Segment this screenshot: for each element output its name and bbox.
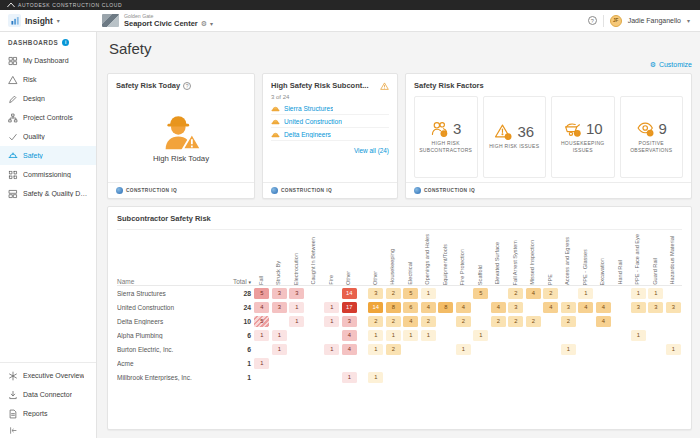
- sidebar-item-risk[interactable]: Risk: [0, 70, 96, 89]
- column-header-total[interactable]: Total ▾: [225, 278, 253, 285]
- factor-cell: 6: [403, 302, 418, 313]
- dashboard-grid-icon: [8, 189, 18, 199]
- factor-cell: 1: [421, 330, 436, 341]
- factor-cell: 1: [421, 288, 436, 299]
- sidebar-item-quality[interactable]: Quality: [0, 127, 96, 146]
- subcontractor-name: United Construction: [117, 304, 225, 311]
- factor-cell: 2: [543, 288, 558, 299]
- subcontractor-link-delta-engineers[interactable]: Delta Engineers: [284, 131, 331, 138]
- column-header-label: Scaffold: [478, 265, 484, 285]
- table-title: Subcontractor Safety Risk: [117, 214, 682, 230]
- subcontractor-link-sierra-structures[interactable]: Sierra Structures: [284, 105, 333, 112]
- avatar[interactable]: JF: [610, 15, 622, 27]
- stat-label: POSITIVE OBSERVATIONS: [623, 140, 681, 155]
- column-header-label: Guard Rail: [653, 258, 659, 285]
- high-safety-risk-subcontractors-card: High Safety Risk Subcont... 3 of 24 Sier…: [262, 73, 398, 199]
- risk-cell: 1: [342, 372, 357, 383]
- sidebar-item-data-connector[interactable]: Data Connector: [0, 385, 96, 404]
- factor-cell: 2: [491, 316, 506, 327]
- factor-cell: 1: [648, 288, 663, 299]
- sidebar-item-safety[interactable]: Safety: [0, 146, 96, 165]
- risk-cell: 3: [272, 302, 287, 313]
- stat-housekeeping-issues[interactable]: !10HOUSEKEEPING ISSUES: [551, 96, 615, 178]
- column-header-ppe-glasses: PPE - Glasses: [577, 249, 595, 285]
- sidebar-item-project-controls[interactable]: Project Controls: [0, 108, 96, 127]
- sidebar-item-label: Reports: [23, 410, 48, 417]
- app-bar: Insight ▾ Golden Gate Seaport Civic Cent…: [0, 10, 700, 32]
- factor-cell: 3: [631, 302, 646, 313]
- sort-desc-icon: ▾: [248, 279, 251, 285]
- card-title: Safety Risk Factors: [414, 81, 484, 90]
- column-header-label: PPE: [548, 274, 554, 285]
- table-row-united-construction: United Construction244311171486484434344…: [117, 300, 682, 314]
- brand-text: AUTODESK CONSTRUCTION CLOUD: [18, 2, 122, 8]
- risk-matrix: NameTotal ▾FallStruck ByElectrocutionCau…: [117, 230, 682, 384]
- help-icon[interactable]: ?: [183, 82, 191, 90]
- column-header-openings-and-holes: Openings and Holes: [420, 234, 438, 285]
- factor-cell: 2: [421, 316, 436, 327]
- help-icon[interactable]: ?: [588, 16, 597, 25]
- column-header-hazardous-material: Hazardous Material: [665, 236, 683, 285]
- stat-value: 36: [517, 123, 534, 140]
- sidebar-item-design[interactable]: Design: [0, 89, 96, 108]
- construction-iq-badge: CONSTRUCTION IQ: [126, 188, 177, 193]
- safety-risk-factors-card: Safety Risk Factors !3HIGH RISK SUBCONTR…: [405, 73, 692, 199]
- stat-high-risk-subcontractors[interactable]: !3HIGH RISK SUBCONTRACTORS: [414, 96, 478, 178]
- customize-button[interactable]: ⚙ Customize: [107, 58, 692, 70]
- sidebar-item-my-dashboard[interactable]: My Dashboard: [0, 51, 96, 70]
- risk-cell: 1: [324, 302, 339, 313]
- insight-app-switcher[interactable]: Insight ▾: [8, 14, 96, 27]
- column-header-name: Name: [117, 278, 225, 285]
- factor-cell: 2: [526, 316, 541, 327]
- hardhat-icon: [271, 105, 280, 112]
- column-header-label: Struck By: [276, 261, 282, 285]
- autodesk-logo-icon: [7, 2, 15, 8]
- risk-cell: 1: [324, 316, 339, 327]
- dashboards-section-label: DASHBOARDS: [8, 39, 58, 46]
- total-value: 10: [225, 318, 253, 325]
- report-icon: [8, 409, 18, 419]
- column-header-label: Fall Arrest System: [513, 240, 519, 285]
- risk-status-text: High Risk Today: [153, 154, 209, 163]
- app-name: Insight: [25, 16, 53, 26]
- sidebar-item-executive-overview[interactable]: Executive Overview: [0, 366, 96, 385]
- column-header-fire: Fire: [323, 275, 341, 285]
- project-selector[interactable]: Golden Gate Seaport Civic Center ⚙ ▾: [102, 13, 213, 29]
- column-header-housekeeping: Housekeeping: [385, 249, 403, 285]
- stat-high-risk-issues[interactable]: !36HIGH RISK ISSUES: [483, 96, 547, 178]
- factor-cell: 4: [596, 302, 611, 313]
- risk-cell: 1: [289, 316, 304, 327]
- card-title: High Safety Risk Subcont...: [271, 81, 369, 90]
- sidebar-collapse-button[interactable]: [0, 423, 96, 438]
- chevron-down-icon[interactable]: ▾: [687, 18, 690, 24]
- info-icon[interactable]: i: [62, 39, 69, 46]
- sidebar-item-reports[interactable]: Reports: [0, 404, 96, 423]
- stat-label: HIGH RISK ISSUES: [489, 143, 539, 150]
- factor-cell: 8: [386, 302, 401, 313]
- column-header-excavation: Excavation: [595, 258, 613, 285]
- subcontractor-name: Burton Electric, Inc.: [117, 346, 225, 353]
- project-thumbnail: [102, 14, 119, 27]
- risk-cell: 1: [272, 330, 287, 341]
- subcontractor-link-united-construction[interactable]: United Construction: [284, 118, 342, 125]
- construction-iq-badge: CONSTRUCTION IQ: [424, 188, 475, 193]
- safety-risk-today-card: Safety Risk Today ? High Risk Today: [107, 73, 255, 199]
- sidebar-item-label: Data Connector: [23, 391, 72, 398]
- sidebar-item-commissioning[interactable]: Commissioning: [0, 165, 96, 184]
- hardhat-icon: [8, 151, 18, 161]
- stat-positive-observations[interactable]: ✓9POSITIVE OBSERVATIONS: [620, 96, 684, 178]
- housekeeping-cart-icon: !: [563, 120, 581, 137]
- factor-cell: 1: [631, 330, 646, 341]
- download-icon: [8, 390, 18, 400]
- risk-cell: 1: [254, 330, 269, 341]
- project-settings-gear-icon[interactable]: ⚙: [201, 20, 207, 27]
- hardhat-icon: [271, 131, 280, 138]
- view-all-link[interactable]: View all (24): [271, 147, 389, 154]
- factor-cell: 4: [456, 302, 471, 313]
- autodesk-brand-bar: AUTODESK CONSTRUCTION CLOUD: [0, 0, 700, 10]
- factor-cell: 1: [578, 288, 593, 299]
- sidebar-item-safety-quality-dash[interactable]: Safety & Quality Dash..: [0, 184, 96, 203]
- column-header-ppe-face-and-eye: PPE - Face and Eye: [630, 234, 648, 285]
- main-content: Safety ⚙ Customize Safety Risk Today ?: [97, 32, 700, 438]
- factor-cell: 1: [368, 344, 383, 355]
